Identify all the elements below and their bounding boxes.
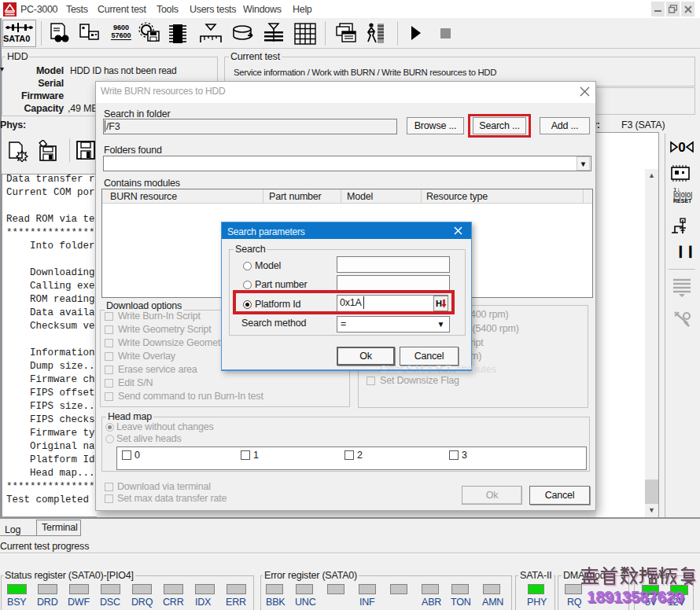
svg-text:0: 0 <box>678 140 685 155</box>
